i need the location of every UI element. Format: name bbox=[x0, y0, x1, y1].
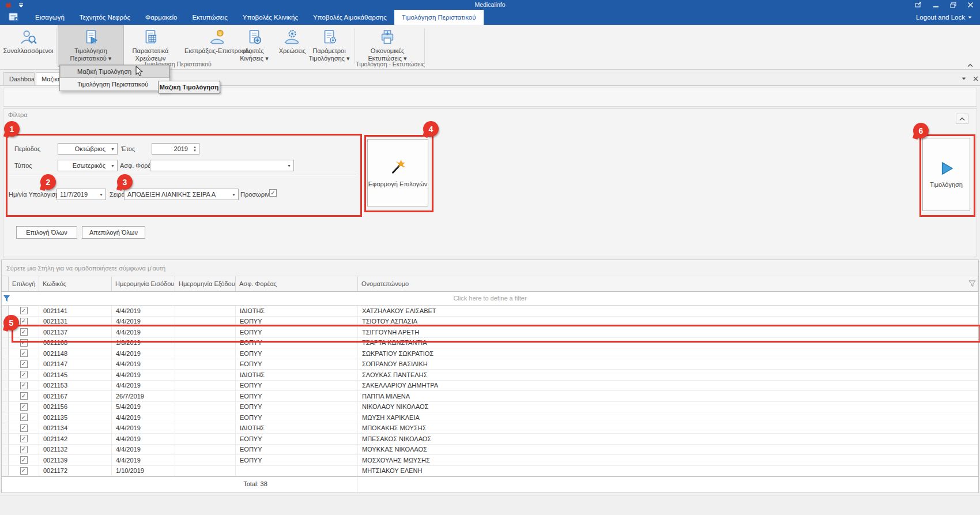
menubar-tab-6[interactable]: Τιμολόγηση Περιστατικού bbox=[394, 10, 484, 25]
menu-item-1[interactable]: Τιμολόγηση Περιστατικού bbox=[60, 78, 169, 91]
row-checkbox[interactable] bbox=[20, 318, 28, 325]
deselect-all-button[interactable]: Απεπιλογή Όλων bbox=[82, 226, 145, 239]
table-row[interactable]: 00211374/4/2019ΕΟΠΥΥΤΣΙΓΓΟΥΝΗ ΑΡΕΤΗ bbox=[2, 327, 978, 338]
table-row[interactable]: 00211394/4/2019ΕΟΠΥΥΜΟΣΧΟΥΛΗΣ ΜΩΥΣΗΣ bbox=[2, 455, 978, 466]
logout-and-lock[interactable]: Logout and Lock bbox=[916, 10, 980, 25]
table-row[interactable]: 00211344/4/2019ΙΔΙΩΤΗΣΜΠΟΚΑΚΗΣ ΜΩΥΣΗΣ bbox=[2, 423, 978, 434]
row-checkbox[interactable] bbox=[20, 371, 28, 378]
row-checkbox[interactable] bbox=[20, 403, 28, 411]
menubar-tab-2[interactable]: Φαρμακείο bbox=[138, 10, 184, 25]
maximize-icon[interactable] bbox=[944, 0, 962, 10]
row-checkbox[interactable] bbox=[20, 435, 28, 442]
table-row[interactable]: 00211474/4/2019ΕΟΠΥΥΣΟΠΡΑΝΟΥ ΒΑΣΙΛΙΚΗ bbox=[2, 359, 978, 370]
row-checkbox[interactable] bbox=[20, 339, 28, 347]
magic-wand-icon bbox=[389, 158, 406, 176]
row-checkbox[interactable] bbox=[20, 382, 28, 389]
table-row[interactable]: 00211354/4/2019ΕΟΠΥΥΜΩΥΣΗ ΧΑΡΙΚΛΕΙΑ bbox=[2, 412, 978, 423]
cell-insurer: ΕΟΠΥΥ bbox=[236, 445, 358, 455]
row-checkbox[interactable] bbox=[20, 349, 28, 357]
year-value: 2019 bbox=[152, 145, 191, 152]
menubar-tab-1[interactable]: Τεχνητός Νεφρός bbox=[72, 10, 138, 25]
menubar-tab-3[interactable]: Εκτυπώσεις bbox=[184, 10, 235, 25]
menubar-tab-4[interactable]: Υποβολές Κλινικής bbox=[235, 10, 306, 25]
filters-collapse-icon[interactable] bbox=[956, 114, 968, 124]
table-row[interactable]: 00211424/4/2019ΕΟΠΥΥΜΠΕΣΑΚΟΣ ΝΙΚΟΛΑΟΣ bbox=[2, 434, 978, 445]
mouse-cursor-icon bbox=[135, 66, 144, 78]
menubar-tab-0[interactable]: Εισαγωγή bbox=[28, 10, 72, 25]
invoicing-dropdown-menu: Μαζική ΤιμολόγησηΤιμολόγηση Περιστατικού bbox=[59, 65, 170, 91]
ribbon-button-1[interactable]: Τιμολόγηση Περιστατικού ▾ bbox=[58, 25, 124, 67]
row-checkbox[interactable] bbox=[20, 392, 28, 400]
apply-selections-button[interactable]: Εφαρμογή Επιλογών bbox=[367, 139, 428, 206]
period-dropdown[interactable]: Οκτώβριος ▼ bbox=[58, 143, 118, 155]
ribbon-collapse-icon[interactable] bbox=[965, 62, 975, 69]
table-row[interactable]: 00211565/4/2019ΕΟΠΥΥΝΙΚΟΛΑΟΥ ΝΙΚΟΛΑΟΣ bbox=[2, 402, 978, 413]
tab-close-icon[interactable] bbox=[971, 74, 980, 82]
ribbon-button-0[interactable]: Συναλλασσόμενοι bbox=[2, 27, 54, 65]
year-spinner[interactable]: 2019 ▲▼ bbox=[152, 143, 199, 155]
temporary-label: Προσωρινό bbox=[240, 191, 273, 198]
header-filter-icon[interactable] bbox=[968, 280, 976, 288]
type-value: Εσωτερικός bbox=[58, 162, 108, 169]
row-checkbox[interactable] bbox=[20, 467, 28, 475]
row-checkbox[interactable] bbox=[20, 307, 28, 314]
cell-code: 0021134 bbox=[39, 423, 112, 434]
ribbon-button-label: Οικονομικές Εκτυπώσεις ▾ bbox=[357, 47, 417, 62]
table-row[interactable]: 00211721/10/2019ΜΗΤΣΙΑΚΟΥ ΕΛΕΝΗ bbox=[2, 466, 978, 477]
temporary-checkbox[interactable] bbox=[269, 189, 277, 197]
annotation-badge-4: 4 bbox=[423, 121, 439, 137]
table-row[interactable]: 00211414/4/2019ΙΔΙΩΤΗΣΧΑΤΖΗΛΑΚΟΥ ΕΛΙΣΑΒΕ… bbox=[2, 306, 978, 317]
close-icon[interactable] bbox=[962, 0, 979, 10]
application-icon[interactable] bbox=[0, 10, 28, 25]
minimize-icon[interactable] bbox=[927, 0, 944, 10]
ribbon-button-4[interactable]: Λοιπές Κινήσεις ▾ bbox=[235, 27, 274, 65]
column-header-3[interactable]: Ημερομηνία Εξόδου bbox=[175, 276, 236, 291]
table-row[interactable]: 00211484/4/2019ΕΟΠΥΥΣΩΚΡΑΤΙΟΥ ΣΩΚΡΑΤΙΟΣ bbox=[2, 348, 978, 359]
table-row[interactable]: 00211324/4/2019ΕΟΠΥΥΜΟΥΚΚΑΣ ΝΙΚΟΛΑΟΣ bbox=[2, 445, 978, 456]
table-row[interactable]: 00211454/4/2019ΙΔΙΩΤΗΣΣΛΟΥΚΑΣ ΠΑΝΤΕΛΗΣ bbox=[2, 370, 978, 381]
column-header-0[interactable]: Επιλογή bbox=[9, 276, 39, 291]
table-row[interactable]: 002116726/7/2019ΕΟΠΥΥΠΑΠΠΑ ΜΙΛΕΝΑ bbox=[2, 391, 978, 402]
hand-coin-icon: 1 bbox=[209, 27, 227, 46]
table-row[interactable]: 00211681/8/2019ΕΟΠΥΥΤΣΑΡΤΑ ΚΩΝΣΤΑΝΤΙΑ bbox=[2, 338, 978, 349]
insurer-dropdown[interactable]: ▼ bbox=[150, 160, 294, 171]
svg-text:1: 1 bbox=[219, 31, 221, 36]
ribbon-button-5[interactable]: Χρεώσεις bbox=[276, 27, 308, 65]
table-row[interactable]: 00211314/4/2019ΕΟΠΥΥΤΣΙΟΤΟΥ ΑΣΠΑΣΙΑ bbox=[2, 317, 978, 328]
cell-code: 0021167 bbox=[39, 391, 112, 401]
window-controls bbox=[910, 0, 979, 10]
calc-date-dropdown[interactable]: 11/7/2019 ▼ bbox=[56, 189, 106, 200]
cell-code: 0021153 bbox=[39, 381, 112, 391]
menu-item-0[interactable]: Μαζική Τιμολόγηση bbox=[60, 65, 169, 78]
row-checkbox[interactable] bbox=[20, 360, 28, 368]
ribbon-button-7[interactable]: Οικονομικές Εκτυπώσεις ▾ bbox=[357, 27, 417, 65]
cell-entry: 4/4/2019 bbox=[112, 445, 175, 455]
menubar-tab-5[interactable]: Υποβολές Αιμοκάθαρσης bbox=[306, 10, 394, 25]
window-pin-icon[interactable] bbox=[910, 0, 927, 10]
invoice-button[interactable]: Τιμολόγηση bbox=[922, 138, 970, 211]
table-row[interactable]: 00211534/4/2019ΕΟΠΥΥΣΑΚΕΛΛΑΡΙΟΥ ΔΗΜΗΤΡΑ bbox=[2, 381, 978, 392]
row-checkbox[interactable] bbox=[20, 328, 28, 336]
cell-exit bbox=[175, 338, 236, 348]
column-header-2[interactable]: Ημερομηνία Εισόδου bbox=[112, 276, 175, 291]
row-checkbox[interactable] bbox=[20, 424, 28, 432]
type-dropdown[interactable]: Εσωτερικός ▼ bbox=[58, 160, 118, 171]
row-checkbox[interactable] bbox=[20, 413, 28, 421]
ribbon-button-2[interactable]: Παραστατικά Χρεώσεων bbox=[123, 27, 178, 65]
spinner-arrows-icon[interactable]: ▲▼ bbox=[191, 145, 199, 152]
column-header-5[interactable]: Ονοματεπώνυμο bbox=[358, 276, 978, 291]
ribbon-button-6[interactable]: Παράμετροι Τιμολόγησης ▾ bbox=[307, 27, 351, 65]
row-checkbox[interactable] bbox=[20, 446, 28, 453]
series-dropdown[interactable]: ΑΠΟΔΕΙΞΗ ΛΙΑΝΙΚΗΣ ΣΕΙΡΑ Α ▼ bbox=[124, 189, 239, 200]
select-all-button[interactable]: Επιλογή Όλων bbox=[16, 226, 77, 239]
menubar-tabs: ΕισαγωγήΤεχνητός ΝεφρόςΦαρμακείοΕκτυπώσε… bbox=[28, 10, 484, 25]
column-header-4[interactable]: Ασφ. Φορέας bbox=[236, 276, 358, 291]
grid-filter-row[interactable]: Click here to define a filter bbox=[2, 292, 978, 306]
series-value: ΑΠΟΔΕΙΞΗ ΛΙΑΝΙΚΗΣ ΣΕΙΡΑ Α bbox=[125, 191, 229, 198]
row-checkbox[interactable] bbox=[20, 456, 28, 464]
document-tab-0[interactable]: Dashboard bbox=[3, 72, 35, 85]
tab-list-dropdown-icon[interactable] bbox=[959, 74, 968, 82]
column-header-1[interactable]: Κωδικός bbox=[39, 276, 112, 291]
grid-group-by-bar[interactable]: Σύρετε μια Στήλη για να ομαδοποιήσετε σύ… bbox=[2, 260, 978, 276]
cell-code: 0021137 bbox=[39, 327, 112, 337]
